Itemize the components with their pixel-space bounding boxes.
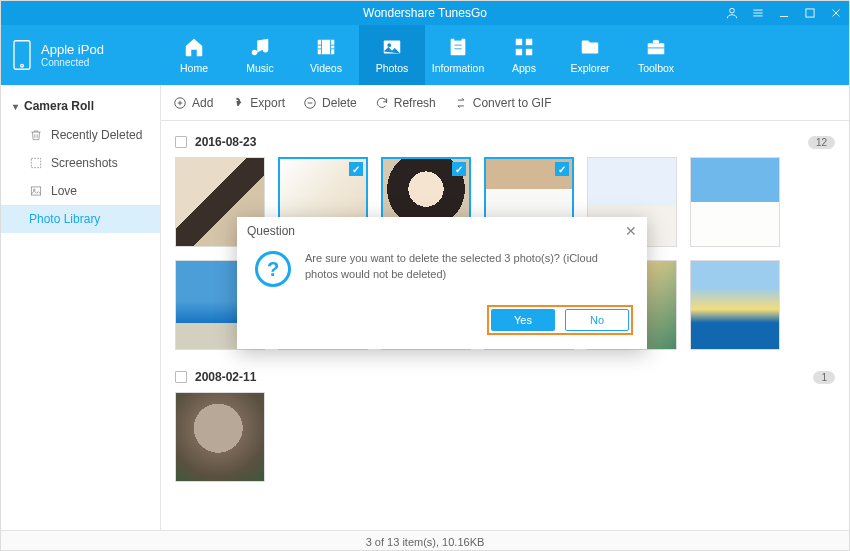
status-text: 3 of 13 item(s), 10.16KB [366,536,485,548]
convert-icon [454,96,468,110]
nav-music[interactable]: Music [227,25,293,85]
group-checkbox[interactable] [175,136,187,148]
svg-rect-1 [806,9,814,17]
sidebar-item-label: Photo Library [29,212,100,226]
plus-icon [173,96,187,110]
nav-home[interactable]: Home [161,25,227,85]
nav-home-label: Home [180,62,208,74]
photo-thumb[interactable] [690,157,780,247]
group-count: 12 [808,136,835,149]
svg-rect-13 [648,43,665,54]
nav-videos-label: Videos [310,62,342,74]
sidebar-head-label: Camera Roll [24,99,94,113]
user-icon[interactable] [725,6,739,20]
device-status: Connected [41,57,104,68]
nav-music-label: Music [246,62,273,74]
svg-rect-14 [31,158,40,167]
sidebar-item-screenshots[interactable]: Screenshots [1,149,160,177]
svg-point-3 [21,64,24,67]
no-label: No [590,314,604,326]
toolbar: Add Export Delete Refresh Convert to GIF [161,85,849,121]
image-icon [29,184,43,198]
svg-point-0 [730,8,735,13]
minimize-icon[interactable] [777,6,791,20]
svg-rect-8 [454,37,461,41]
minus-icon [303,96,317,110]
dialog-close-icon[interactable]: ✕ [625,223,637,239]
nav-toolbox-label: Toolbox [638,62,674,74]
no-button[interactable]: No [565,309,629,331]
dialog-title: Question [247,224,295,238]
nav-explorer-label: Explorer [570,62,609,74]
refresh-icon [375,96,389,110]
window-titlebar: Wondershare TunesGo [1,1,849,25]
nav-photos-label: Photos [376,62,409,74]
svg-rect-11 [516,49,522,55]
svg-rect-7 [451,39,466,56]
svg-point-6 [387,43,391,47]
yes-button[interactable]: Yes [491,309,555,331]
export-button[interactable]: Export [231,96,285,110]
convert-gif-button[interactable]: Convert to GIF [454,96,552,110]
check-icon [555,162,569,176]
nav-apps[interactable]: Apps [491,25,557,85]
screenshot-icon [29,156,43,170]
group-header: 2016-08-23 12 [175,131,835,157]
photo-thumb[interactable] [690,260,780,350]
nav-explorer[interactable]: Explorer [557,25,623,85]
nav-photos[interactable]: Photos [359,25,425,85]
add-button[interactable]: Add [173,96,213,110]
group-count: 1 [813,371,835,384]
menu-icon[interactable] [751,6,765,20]
svg-rect-10 [526,39,532,45]
sidebar-item-photo-library[interactable]: Photo Library [1,205,160,233]
device-name: Apple iPod [41,42,104,57]
sidebar-head-camera-roll[interactable]: Camera Roll [1,91,160,121]
toolbox-icon [645,36,667,58]
group-date: 2016-08-23 [195,135,256,149]
refresh-button[interactable]: Refresh [375,96,436,110]
add-label: Add [192,96,213,110]
highlight-box: Yes No [487,305,633,335]
status-bar: 3 of 13 item(s), 10.16KB [1,530,849,551]
group-header: 2008-02-11 1 [175,366,835,392]
gif-label: Convert to GIF [473,96,552,110]
export-icon [231,96,245,110]
svg-rect-15 [31,187,40,195]
nav-videos[interactable]: Videos [293,25,359,85]
home-icon [183,36,205,58]
export-label: Export [250,96,285,110]
confirm-dialog: Question ✕ ? Are sure you want to delete… [237,217,647,349]
trash-icon [29,128,43,142]
check-icon [452,162,466,176]
delete-button[interactable]: Delete [303,96,357,110]
nav-information-label: Information [432,62,485,74]
device-panel[interactable]: Apple iPod Connected [1,25,161,85]
sidebar: Camera Roll Recently Deleted Screenshots… [1,85,161,530]
delete-label: Delete [322,96,357,110]
device-icon [11,39,33,71]
svg-rect-9 [516,39,522,45]
sidebar-item-label: Recently Deleted [51,128,142,142]
sidebar-item-love[interactable]: Love [1,177,160,205]
svg-rect-12 [526,49,532,55]
information-icon [447,36,469,58]
group-date: 2008-02-11 [195,370,256,384]
svg-point-16 [33,189,35,191]
group-checkbox[interactable] [175,371,187,383]
videos-icon [315,36,337,58]
nav-apps-label: Apps [512,62,536,74]
header-nav: Apple iPod Connected Home Music Videos P… [1,25,849,85]
nav-information[interactable]: Information [425,25,491,85]
photo-thumb[interactable] [175,392,265,482]
question-icon: ? [255,251,291,287]
sidebar-item-recently-deleted[interactable]: Recently Deleted [1,121,160,149]
yes-label: Yes [514,314,532,326]
maximize-icon[interactable] [803,6,817,20]
explorer-icon [579,36,601,58]
nav-toolbox[interactable]: Toolbox [623,25,689,85]
svg-rect-4 [318,40,335,55]
sidebar-item-label: Love [51,184,77,198]
photos-icon [381,36,403,58]
close-icon[interactable] [829,6,843,20]
